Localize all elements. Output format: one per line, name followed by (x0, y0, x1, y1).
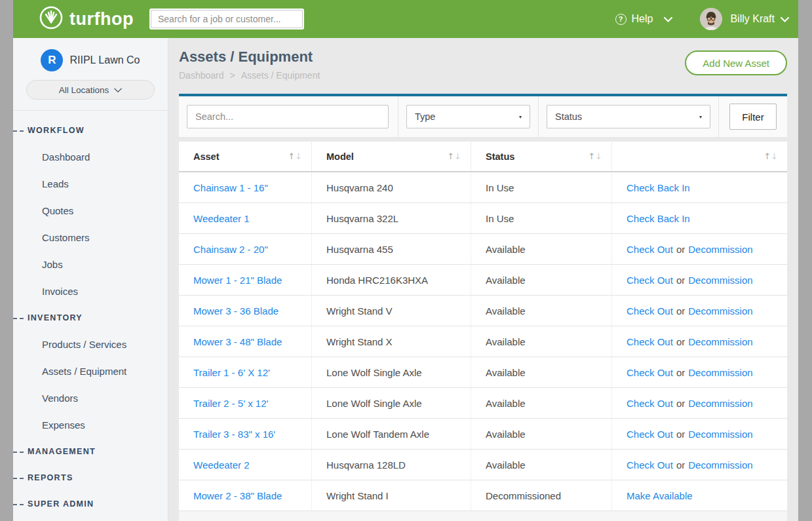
actions-cell: Check OutorDecommission (611, 450, 787, 480)
check-out-link[interactable]: Check Out (627, 429, 673, 440)
sidebar-item-quotes[interactable]: Quotes (13, 197, 168, 224)
or-separator: or (676, 244, 685, 255)
sidebar-item-jobs[interactable]: Jobs (13, 251, 168, 278)
decommission-link[interactable]: Decommission (688, 429, 752, 440)
top-bar: turfhop ? Help (13, 0, 798, 38)
check-out-link[interactable]: Check Out (627, 244, 673, 255)
asset-link[interactable]: Chainsaw 1 - 16" (193, 182, 268, 193)
grass-logo-icon (39, 6, 63, 32)
locations-label: All Locations (59, 85, 109, 95)
decommission-link[interactable]: Decommission (688, 305, 752, 317)
column-header-model[interactable]: Model↑↓ (311, 142, 471, 171)
asset-link[interactable]: Trailer 1 - 6' X 12' (193, 367, 270, 378)
asset-cell: Mower 1 - 21" Blade (179, 265, 311, 295)
table-row: Trailer 2 - 5' x 12'Lone Wolf Single Axl… (179, 388, 787, 419)
actions-cell: Check OutorDecommission (611, 296, 787, 326)
user-name[interactable]: Billy Kraft (730, 13, 775, 25)
help-menu[interactable]: ? Help (615, 13, 673, 25)
status-cell: Available (471, 357, 611, 387)
decommission-link[interactable]: Decommission (688, 459, 752, 471)
sidebar-section-workflow[interactable]: WORKFLOW (13, 117, 168, 144)
sidebar-item-assets-equipment[interactable]: Assets / Equipment (13, 358, 168, 385)
sidebar-item-invoices[interactable]: Invoices (13, 278, 168, 305)
table-row: Trailer 1 - 6' X 12'Lone Wolf Single Axl… (179, 357, 787, 388)
column-header-actions[interactable]: ↑↓ (611, 142, 787, 171)
table-body: Chainsaw 1 - 16"Husqvarna 240In UseCheck… (179, 172, 787, 511)
status-select[interactable]: Status ▾ (547, 105, 710, 128)
global-search-input[interactable] (149, 9, 304, 29)
chevron-down-icon[interactable] (781, 13, 789, 25)
asset-link[interactable]: Trailer 3 - 83" x 16' (193, 429, 275, 440)
status-cell: Available (471, 234, 611, 264)
table-row: Mower 3 - 36 BladeWright Stand VAvailabl… (179, 296, 787, 326)
sidebar-item-leads[interactable]: Leads (13, 170, 168, 197)
actions-cell: Check OutorDecommission (611, 234, 787, 264)
sidebar-item-expenses[interactable]: Expenses (13, 412, 168, 438)
or-separator: or (676, 398, 685, 409)
check-out-link[interactable]: Check Out (627, 398, 673, 409)
type-select[interactable]: Type ▾ (406, 105, 530, 128)
sidebar-section-management[interactable]: MANAGEMENT (13, 438, 168, 465)
breadcrumb-dashboard[interactable]: Dashboard (179, 70, 224, 81)
asset-link[interactable]: Weedeater 1 (193, 213, 250, 224)
sort-icon[interactable]: ↑↓ (447, 151, 461, 161)
model-cell: Husqvarna 455 (311, 234, 471, 264)
actions-cell: Check Back In (611, 203, 787, 233)
model-cell: Honda HRC216K3HXA (311, 265, 471, 295)
column-header-asset[interactable]: Asset↑↓ (179, 142, 311, 171)
asset-link[interactable]: Mower 3 - 36 Blade (193, 305, 279, 317)
asset-link[interactable]: Chainsaw 2 - 20" (193, 244, 268, 255)
column-label: Status (486, 151, 514, 162)
actions-cell: Check OutorDecommission (611, 357, 787, 387)
sidebar-item-customers[interactable]: Customers (13, 224, 168, 251)
sort-icon[interactable]: ↑↓ (588, 151, 602, 161)
asset-link[interactable]: Trailer 2 - 5' x 12' (193, 398, 268, 409)
table-search-input[interactable] (187, 105, 389, 128)
status-select-value: Status (555, 111, 582, 122)
locations-dropdown[interactable]: All Locations (26, 80, 155, 100)
check-out-link[interactable]: Check Out (627, 336, 673, 347)
asset-cell: Mower 3 - 48" Blade (179, 326, 311, 357)
model-cell: Husqvarna 128LD (311, 450, 471, 480)
column-header-status[interactable]: Status↑↓ (471, 142, 611, 171)
decommission-link[interactable]: Decommission (688, 336, 752, 347)
decommission-link[interactable]: Decommission (688, 398, 752, 409)
check-back-in-link[interactable]: Check Back In (627, 213, 690, 224)
or-separator: or (676, 367, 685, 378)
asset-link[interactable]: Weedeater 2 (193, 459, 250, 471)
add-new-asset-button[interactable]: Add New Asset (685, 50, 787, 75)
sidebar-item-products-services[interactable]: Products / Services (13, 331, 168, 358)
sidebar-item-dashboard[interactable]: Dashboard (13, 144, 168, 170)
asset-cell: Mower 3 - 36 Blade (179, 296, 311, 326)
sidebar-item-vendors[interactable]: Vendors (13, 385, 168, 412)
decommission-link[interactable]: Decommission (688, 275, 752, 286)
decommission-link[interactable]: Decommission (688, 367, 752, 378)
sidebar-section-inventory[interactable]: INVENTORY (13, 305, 168, 331)
check-back-in-link[interactable]: Check Back In (627, 182, 690, 193)
filter-button[interactable]: Filter (729, 104, 777, 130)
help-icon: ? (615, 14, 627, 25)
asset-link[interactable]: Mower 2 - 38" Blade (193, 490, 282, 501)
check-out-link[interactable]: Check Out (627, 367, 673, 378)
user-avatar[interactable] (700, 8, 722, 30)
check-out-link[interactable]: Check Out (627, 275, 673, 286)
turfhop-logo[interactable]: turfhop (39, 6, 134, 32)
sidebar-section-reports[interactable]: REPORTS (13, 465, 168, 491)
sort-icon[interactable]: ↑↓ (764, 151, 778, 161)
asset-link[interactable]: Mower 1 - 21" Blade (193, 275, 282, 286)
sort-icon[interactable]: ↑↓ (288, 151, 302, 161)
help-label: Help (632, 13, 653, 25)
check-out-link[interactable]: Check Out (627, 305, 673, 317)
model-cell: Husqvarna 240 (311, 172, 471, 203)
decommission-link[interactable]: Decommission (688, 244, 752, 255)
breadcrumb-separator: > (230, 70, 235, 81)
check-out-link[interactable]: Check Out (627, 459, 673, 471)
asset-cell: Chainsaw 2 - 20" (179, 234, 311, 264)
company-logo-badge: R (41, 49, 63, 71)
assets-table: Asset↑↓Model↑↓Status↑↓↑↓ Chainsaw 1 - 16… (179, 142, 787, 521)
sidebar-section-super-admin[interactable]: SUPER ADMIN (13, 491, 168, 517)
make-available-link[interactable]: Make Available (627, 490, 693, 501)
column-label: Model (326, 151, 354, 162)
asset-link[interactable]: Mower 3 - 48" Blade (193, 336, 282, 347)
model-cell: Lone Wolf Single Axle (311, 357, 471, 387)
